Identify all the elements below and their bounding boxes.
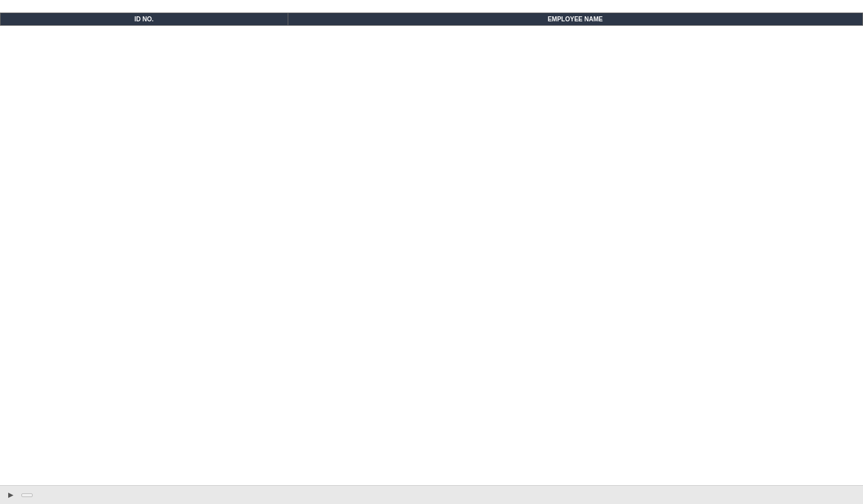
- play-button[interactable]: ▶: [5, 490, 16, 501]
- spreadsheet-area: ID NO. EMPLOYEE NAME: [0, 0, 863, 485]
- col-id-header: ID NO.: [1, 13, 288, 26]
- table-container: ID NO. EMPLOYEE NAME: [0, 13, 863, 485]
- table-header: ID NO. EMPLOYEE NAME: [1, 13, 863, 26]
- add-tab-button[interactable]: [21, 493, 33, 497]
- page-title: [0, 0, 863, 8]
- bottom-bar: ▶: [0, 485, 863, 504]
- shift-table: ID NO. EMPLOYEE NAME: [0, 13, 863, 26]
- col-name-header: EMPLOYEE NAME: [288, 13, 862, 26]
- meta-row: [0, 8, 863, 13]
